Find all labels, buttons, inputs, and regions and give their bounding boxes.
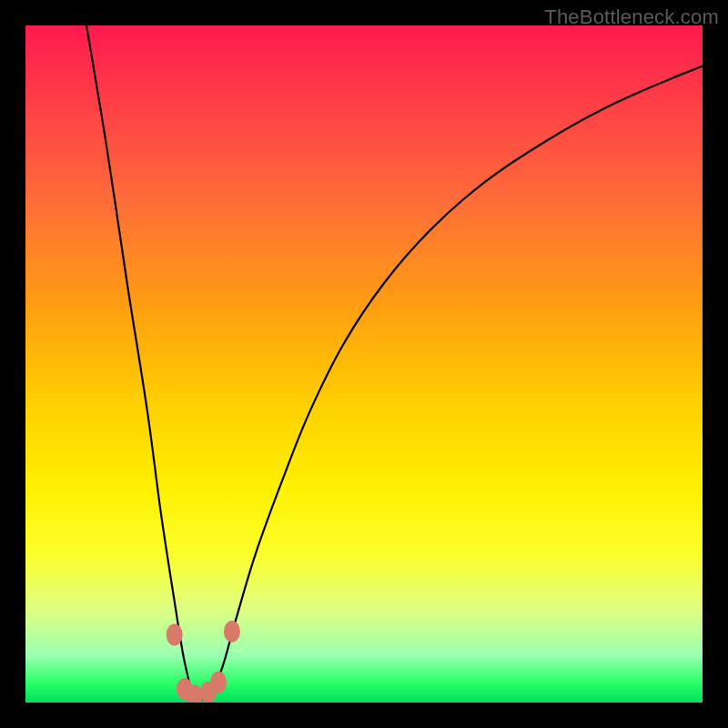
watermark-text: TheBottleneck.com [544, 5, 719, 29]
curve-marker [167, 624, 183, 646]
bottleneck-curve-path [86, 25, 703, 700]
curve-markers [167, 621, 240, 703]
bottleneck-curve-svg [25, 25, 703, 703]
curve-marker [210, 672, 227, 693]
curve-marker [224, 621, 240, 642]
chart-plot-area [25, 25, 703, 703]
